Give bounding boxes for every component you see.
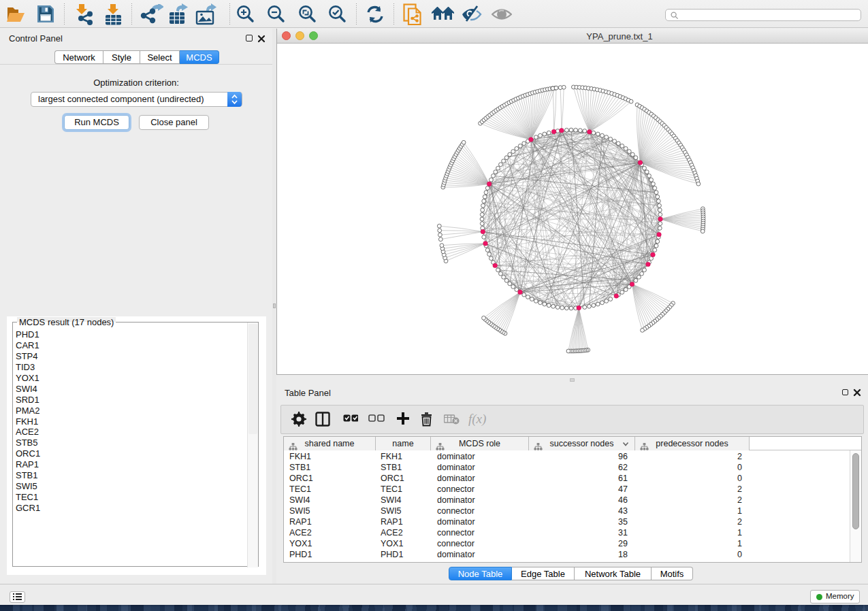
svg-text:f(x): f(x) <box>468 412 486 427</box>
